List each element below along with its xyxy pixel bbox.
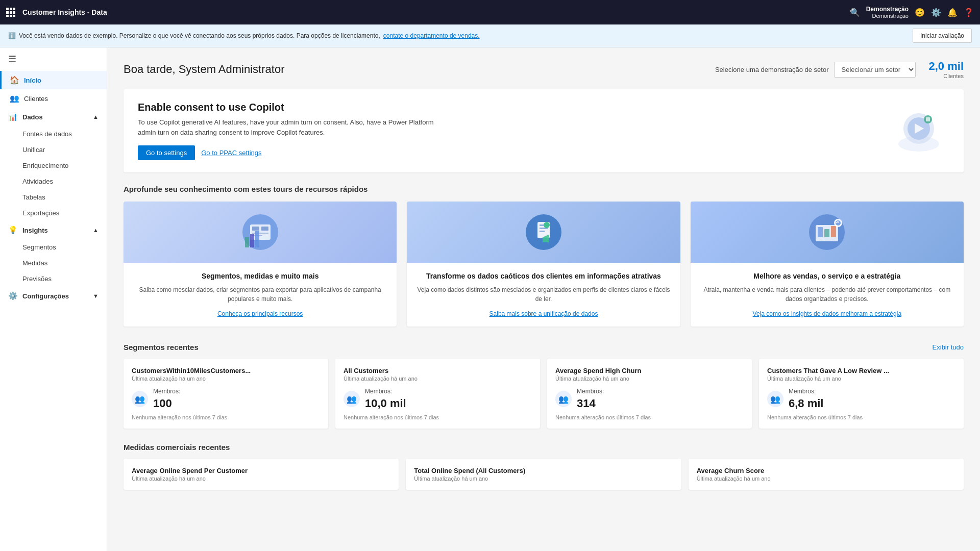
sidebar-item-inicio[interactable]: 🏠 Início: [0, 71, 107, 89]
sidebar-sub-tabelas-label: Tabelas: [22, 193, 45, 201]
sidebar-section-dados[interactable]: 📊 Dados ▲: [0, 108, 107, 126]
tour-card-title-2: Melhore as vendas, o serviço e a estraté…: [700, 272, 954, 280]
topbar: Customer Insights - Data 🔍 Demonstração …: [0, 0, 980, 24]
copilot-description: To use Copilot generative AI features, h…: [138, 117, 444, 137]
sidebar-sub-fontes[interactable]: Fontes de dados: [0, 126, 107, 142]
sidebar-sub-previsoes-label: Previsões: [22, 275, 52, 283]
infobar-link[interactable]: contate o departamento de vendas.: [383, 32, 480, 39]
search-icon[interactable]: 🔍: [850, 8, 860, 17]
members-count-2: 314: [577, 397, 604, 410]
measure-card-1: Total Online Spend (All Customers) Últim…: [406, 459, 681, 490]
sector-selector: Selecione uma demonstração de setor Sele…: [715, 60, 964, 79]
segments-title: Segmentos recentes: [124, 343, 933, 352]
user-sub: Demonstração: [872, 13, 909, 19]
data-icon: 📊: [8, 112, 17, 121]
sidebar-section-insights[interactable]: 💡 Insights ▲: [0, 221, 107, 239]
tour-card-link-0[interactable]: Conheça os principais recursos: [217, 310, 303, 317]
svg-rect-19: [252, 233, 268, 234]
sidebar-sub-medidas[interactable]: Medidas: [0, 255, 107, 271]
tour-card-link-1[interactable]: Saiba mais sobre a unificação de dados: [489, 310, 598, 317]
info-icon: ℹ️: [8, 32, 16, 39]
svg-rect-4: [10, 11, 12, 14]
svg-rect-35: [831, 226, 836, 237]
sidebar-section-configuracoes[interactable]: ⚙️ Configurações ▼: [0, 287, 107, 305]
chevron-up-icon: ▲: [93, 114, 99, 120]
tour-card-image-2: [691, 202, 964, 263]
measure-card-2: Average Churn Score Última atualização h…: [689, 459, 964, 490]
sidebar-sub-atividades-label: Atividades: [22, 178, 53, 185]
tours-section-title: Aprofunde seu conhecimento com estes tou…: [124, 185, 964, 193]
svg-rect-17: [252, 227, 259, 231]
tour-card-body-0: Segmentos, medidas e muito mais Saiba co…: [124, 263, 397, 327]
sidebar-sub-atividades[interactable]: Atividades: [0, 173, 107, 189]
infobar-right: Iniciar avaliação: [913, 29, 972, 43]
svg-rect-8: [13, 15, 15, 17]
emoji-icon[interactable]: 😊: [915, 8, 925, 17]
user-name: Demonstração: [866, 6, 909, 13]
sidebar-sub-enriquecimento-label: Enriquecimento: [22, 162, 68, 169]
members-label-1: Membros:: [365, 388, 392, 395]
start-trial-button[interactable]: Iniciar avaliação: [913, 29, 972, 43]
chevron-down-icon: ▼: [93, 293, 99, 299]
svg-rect-7: [10, 15, 12, 17]
sidebar-sub-tabelas[interactable]: Tabelas: [0, 189, 107, 205]
copilot-banner: Enable consent to use Copilot To use Cop…: [124, 89, 964, 172]
tour-card-desc-2: Atraia, mantenha e venda mais para clien…: [700, 285, 954, 304]
infobar-text: Você está vendo dados de exemplo. Person…: [19, 32, 380, 39]
members-icon-3: 👥: [767, 391, 783, 407]
sector-label: Selecione uma demonstração de setor: [715, 66, 829, 73]
help-icon[interactable]: ❓: [964, 8, 974, 17]
sidebar-sub-exportacoes[interactable]: Exportações: [0, 205, 107, 221]
svg-rect-34: [824, 229, 829, 237]
tour-card-link-2[interactable]: Veja como os insights de dados melhoram …: [753, 310, 902, 317]
segment-card-footer-1: Nenhuma alteração nos últimos 7 dias: [344, 414, 532, 420]
segment-card-members-3: 👥 Membros: 6,8 mil: [767, 388, 955, 410]
tour-card-image-0: [124, 202, 397, 263]
segment-card-1: All Customers Última atualização há um a…: [335, 359, 540, 429]
app-grid-icon[interactable]: [6, 8, 15, 17]
segment-card-title-2: Average Spend High Churn: [555, 367, 744, 374]
bell-icon[interactable]: 🔔: [947, 8, 958, 17]
tour-card-title-0: Segmentos, medidas e muito mais: [133, 272, 387, 280]
segment-card-footer-2: Nenhuma alteração nos últimos 7 dias: [555, 414, 744, 420]
segment-card-members-0: 👥 Membros: 100: [132, 388, 320, 410]
measures-section-header: Medidas comerciais recentes: [124, 443, 964, 452]
segment-card-updated-0: Última atualização há um ano: [132, 375, 320, 382]
go-to-settings-button[interactable]: Go to settings: [138, 145, 195, 160]
sidebar: ☰ 🏠 Início 👥 Clientes 📊 Dados ▲ Fontes d…: [0, 47, 107, 551]
user-info[interactable]: Demonstração Demonstração: [866, 6, 909, 19]
sidebar-sub-unificar[interactable]: Unificar: [0, 142, 107, 158]
segment-card-footer-0: Nenhuma alteração nos últimos 7 dias: [132, 414, 320, 420]
sidebar-sub-enriquecimento[interactable]: Enriquecimento: [0, 158, 107, 173]
copilot-title: Enable consent to use Copilot: [138, 102, 888, 113]
settings-icon[interactable]: ⚙️: [931, 8, 941, 17]
members-label-2: Membros:: [577, 388, 604, 395]
sidebar-sub-segmentos[interactable]: Segmentos: [0, 239, 107, 255]
measure-card-updated-0: Última atualização há um ano: [132, 475, 390, 482]
sector-select[interactable]: Selecionar um setor: [834, 62, 916, 78]
segment-card-members-2: 👥 Membros: 314: [555, 388, 744, 410]
measure-card-title-1: Total Online Spend (All Customers): [414, 467, 673, 474]
svg-rect-22: [250, 234, 254, 247]
chevron-up-icon2: ▲: [93, 227, 99, 233]
sidebar-item-clientes[interactable]: 👥 Clientes: [0, 89, 107, 108]
sidebar-sub-unificar-label: Unificar: [22, 146, 45, 154]
tour-card-1: Transforme os dados caóticos dos cliente…: [407, 202, 680, 327]
members-count-1: 10,0 mil: [365, 397, 406, 410]
sidebar-sub-fontes-label: Fontes de dados: [22, 130, 72, 138]
sidebar-sub-previsoes[interactable]: Previsões: [0, 271, 107, 287]
hamburger-button[interactable]: ☰: [0, 47, 107, 71]
sidebar-sub-medidas-label: Medidas: [22, 259, 47, 267]
segment-card-updated-3: Última atualização há um ano: [767, 375, 955, 382]
measures-title: Medidas comerciais recentes: [124, 443, 964, 452]
tour-card-2: Melhore as vendas, o serviço e a estraté…: [691, 202, 964, 327]
tours-grid: Segmentos, medidas e muito mais Saiba co…: [124, 202, 964, 327]
go-to-ppac-button[interactable]: Go to PPAC settings: [201, 145, 261, 160]
copilot-buttons: Go to settings Go to PPAC settings: [138, 145, 888, 160]
app-body: ☰ 🏠 Início 👥 Clientes 📊 Dados ▲ Fontes d…: [0, 47, 980, 551]
tour-card-image-1: [407, 202, 680, 263]
segments-section-header: Segmentos recentes Exibir tudo: [124, 343, 964, 352]
segments-view-all[interactable]: Exibir tudo: [933, 343, 964, 351]
svg-rect-1: [10, 8, 12, 10]
infobar: ℹ️ Você está vendo dados de exemplo. Per…: [0, 24, 980, 47]
